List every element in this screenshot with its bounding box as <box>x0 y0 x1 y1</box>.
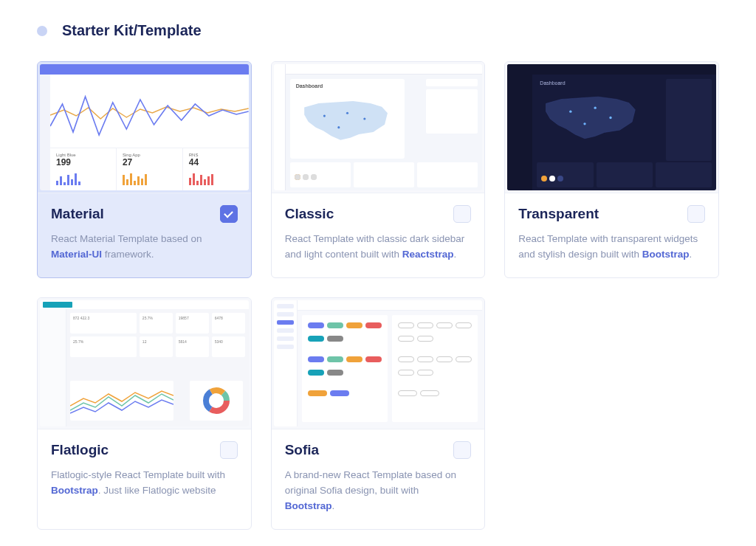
template-card-flatlogic[interactable]: 872 422.3 25.7% 19857 6478 25.7% 12 5814… <box>37 297 252 530</box>
template-thumbnail: 872 422.3 25.7% 19857 6478 25.7% 12 5814… <box>38 298 251 429</box>
template-thumbnail: Light Blue199 Sing App27 RNS44 <box>38 62 251 193</box>
svg-point-3 <box>337 126 340 128</box>
template-thumbnail: Dashboard <box>505 62 718 193</box>
template-description: React Template with transparent widgets … <box>518 232 705 263</box>
template-checkbox[interactable] <box>220 205 238 223</box>
template-checkbox[interactable] <box>453 205 471 223</box>
template-checkbox[interactable] <box>453 441 471 459</box>
framework-link[interactable]: Bootstrap <box>285 500 332 511</box>
svg-point-1 <box>346 112 348 114</box>
svg-point-0 <box>323 115 325 117</box>
svg-point-2 <box>363 117 365 120</box>
template-thumbnail: Dashboard <box>272 62 485 193</box>
svg-point-5 <box>594 107 597 109</box>
section-header: Starter Kit/Template <box>37 22 719 39</box>
template-title: Material <box>51 206 104 222</box>
template-description: React Template with classic dark sidebar… <box>285 232 472 263</box>
template-checkbox[interactable] <box>687 205 705 223</box>
svg-point-4 <box>569 111 571 113</box>
template-card-transparent[interactable]: Dashboard Transparen <box>504 61 719 278</box>
template-card-material[interactable]: Light Blue199 Sing App27 RNS44 Material <box>37 61 252 278</box>
template-title: Flatlogic <box>51 442 109 458</box>
template-checkbox[interactable] <box>220 441 238 459</box>
template-title: Classic <box>285 206 334 222</box>
svg-point-6 <box>610 117 612 119</box>
template-card-sofia[interactable]: Sofia A brand-new React Template based o… <box>271 297 486 530</box>
framework-link[interactable]: Reactstrap <box>402 249 454 260</box>
template-description: Flatlogic-style React Template built wit… <box>51 468 238 499</box>
template-description: React Material Template based on Materia… <box>51 232 238 263</box>
template-description: A brand-new React Template based on orig… <box>285 468 472 514</box>
template-grid: Light Blue199 Sing App27 RNS44 Material <box>37 61 719 530</box>
template-thumbnail <box>272 298 485 429</box>
section-title: Starter Kit/Template <box>62 22 202 39</box>
template-card-classic[interactable]: Dashboard <box>271 61 486 278</box>
template-title: Sofia <box>285 442 319 458</box>
framework-link[interactable]: Bootstrap <box>51 485 98 496</box>
template-title: Transparent <box>518 206 599 222</box>
bullet-icon <box>37 26 47 36</box>
framework-link[interactable]: Bootstrap <box>642 249 690 260</box>
svg-point-7 <box>584 122 586 125</box>
framework-link[interactable]: Material-UI <box>51 249 102 260</box>
